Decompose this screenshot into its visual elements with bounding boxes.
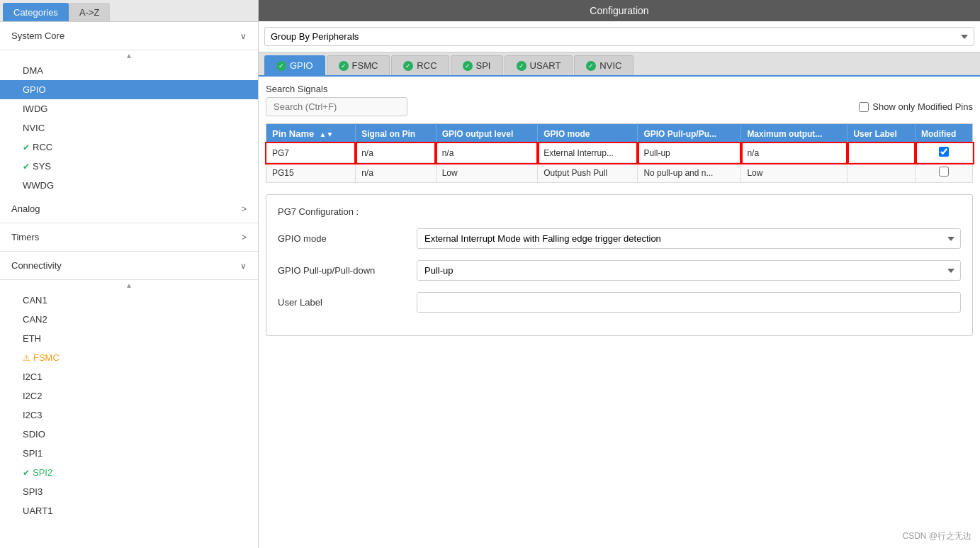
timers-chevron: >	[242, 233, 247, 242]
sidebar-item-can2[interactable]: CAN2	[0, 310, 258, 329]
cell-user-label	[847, 163, 916, 183]
show-modified-label[interactable]: Show only Modified Pins	[859, 101, 973, 112]
watermark: CSDN @行之无边	[902, 530, 971, 542]
tab-nvic[interactable]: ✓ NVIC	[574, 55, 633, 75]
sidebar-item-iwdg[interactable]: IWDG	[0, 99, 258, 118]
sidebar-item-uart1[interactable]: UART1	[0, 501, 258, 520]
can1-label: CAN1	[23, 295, 47, 306]
spi3-label: SPI3	[23, 486, 43, 497]
search-row: Show only Modified Pins	[266, 97, 973, 116]
usart-tab-check-icon: ✓	[517, 61, 526, 71]
gpio-table: Pin Name ▲▼ Signal on Pin GPIO output le…	[266, 123, 973, 183]
section-analog[interactable]: Analog >	[0, 195, 258, 223]
show-modified-checkbox[interactable]	[859, 102, 869, 112]
pg7-config-title: PG7 Configuration :	[278, 206, 961, 217]
tab-usart[interactable]: ✓ USART	[505, 55, 573, 75]
gpio-mode-label: GPIO mode	[278, 233, 405, 244]
section-system-core[interactable]: System Core ∨	[0, 22, 258, 50]
user-label-label: User Label	[278, 297, 405, 308]
i2c1-label: I2C1	[23, 371, 42, 382]
gpio-mode-select[interactable]: External Interrupt Mode with Falling edg…	[417, 228, 961, 249]
pg7-config-section: PG7 Configuration : GPIO mode External I…	[266, 194, 973, 336]
tab-az[interactable]: A->Z	[69, 3, 111, 21]
uart1-label: UART1	[23, 505, 52, 516]
cell-signal: n/a	[356, 143, 436, 163]
system-core-chevron: ∨	[240, 31, 247, 41]
group-by-bar: Group By Peripherals	[259, 21, 980, 52]
sidebar-item-can1[interactable]: CAN1	[0, 291, 258, 310]
col-output-level[interactable]: GPIO output level	[436, 124, 538, 144]
tab-gpio[interactable]: ✓ GPIO	[264, 55, 325, 75]
cell-output-level: Low	[436, 163, 538, 183]
spi-tab-check-icon: ✓	[463, 61, 473, 71]
sys-check-icon: ✔	[23, 162, 30, 172]
sidebar-item-fsmc[interactable]: ⚠ FSMC	[0, 348, 258, 367]
gpio-tab-check-icon: ✓	[276, 61, 286, 71]
i2c2-label: I2C2	[23, 391, 42, 401]
sidebar-item-rcc[interactable]: ✔ RCC	[0, 138, 258, 157]
can2-label: CAN2	[23, 314, 47, 325]
sidebar-item-i2c3[interactable]: I2C3	[0, 406, 258, 425]
cell-user-label	[847, 143, 916, 163]
eth-label: ETH	[23, 333, 41, 344]
search-signals-label: Search Signals	[266, 84, 973, 94]
col-pin-name[interactable]: Pin Name ▲▼	[266, 124, 356, 144]
cell-modified[interactable]	[916, 163, 973, 183]
cell-max-output: n/a	[741, 143, 847, 163]
table-row[interactable]: PG15 n/a Low Output Push Pull No pull-up…	[266, 163, 973, 183]
gpio-mode-row: GPIO mode External Interrupt Mode with F…	[278, 228, 961, 249]
col-signal[interactable]: Signal on Pin	[356, 124, 436, 144]
row1-modified-checkbox[interactable]	[939, 167, 949, 177]
tab-rcc[interactable]: ✓ RCC	[391, 55, 449, 75]
cell-modified[interactable]	[916, 143, 973, 163]
sdio-label: SDIO	[23, 429, 45, 440]
sidebar-item-spi1[interactable]: SPI1	[0, 444, 258, 463]
sidebar-item-i2c2[interactable]: I2C2	[0, 386, 258, 406]
pin-name-sort-icon: ▲▼	[320, 130, 334, 138]
sidebar-item-sys[interactable]: ✔ SYS	[0, 157, 258, 176]
rcc-tab-check-icon: ✓	[403, 61, 413, 71]
col-modified[interactable]: Modified	[916, 124, 973, 144]
sidebar-item-dma[interactable]: DMA	[0, 61, 258, 80]
col-gpio-mode[interactable]: GPIO mode	[538, 124, 638, 144]
sidebar-item-i2c1[interactable]: I2C1	[0, 367, 258, 386]
section-timers[interactable]: Timers >	[0, 223, 258, 252]
scroll-up-connectivity[interactable]: ▲	[0, 280, 258, 291]
tab-categories[interactable]: Categories	[3, 3, 69, 21]
sidebar: Categories A->Z System Core ∨ ▲ DMA GPIO…	[0, 0, 259, 548]
cell-gpio-mode: External Interrup...	[538, 143, 638, 163]
cell-gpio-mode: Output Push Pull	[538, 163, 638, 183]
user-label-row: User Label	[278, 292, 961, 313]
pull-select[interactable]: No pull-up and no pull-down Pull-up Pull…	[417, 260, 961, 281]
spi1-label: SPI1	[23, 448, 43, 459]
user-label-input[interactable]	[417, 292, 961, 313]
fsmc-tab-check-icon: ✓	[339, 61, 349, 71]
tab-spi[interactable]: ✓ SPI	[451, 55, 503, 75]
sidebar-item-spi3[interactable]: SPI3	[0, 482, 258, 501]
sidebar-item-wwdg[interactable]: WWDG	[0, 176, 258, 195]
show-modified-text: Show only Modified Pins	[872, 101, 973, 112]
group-by-select[interactable]: Group By Peripherals	[264, 27, 974, 46]
col-user-label[interactable]: User Label	[847, 124, 916, 144]
tab-fsmc[interactable]: ✓ FSMC	[327, 55, 390, 75]
sidebar-item-eth[interactable]: ETH	[0, 329, 258, 348]
peripheral-tabs: ✓ GPIO ✓ FSMC ✓ RCC ✓ SPI ✓ USART ✓ NVIC	[259, 52, 980, 77]
connectivity-chevron: ∨	[240, 261, 247, 271]
col-pull[interactable]: GPIO Pull-up/Pu...	[638, 124, 741, 144]
section-connectivity[interactable]: Connectivity ∨	[0, 252, 258, 280]
col-max-output[interactable]: Maximum output...	[741, 124, 847, 144]
sidebar-item-spi2[interactable]: ✔ SPI2	[0, 463, 258, 482]
gpio-label: GPIO	[23, 84, 46, 95]
scroll-up-system-core[interactable]: ▲	[0, 50, 258, 61]
section-analog-label: Analog	[11, 203, 40, 214]
i2c3-label: I2C3	[23, 410, 42, 420]
row0-modified-checkbox[interactable]	[939, 147, 949, 157]
sidebar-tabs: Categories A->Z	[0, 0, 258, 22]
sidebar-item-gpio[interactable]: GPIO	[0, 80, 258, 99]
table-row[interactable]: PG7 n/a n/a External Interrup... Pull-up…	[266, 143, 973, 163]
search-input[interactable]	[266, 97, 407, 116]
analog-chevron: >	[242, 204, 247, 214]
sidebar-item-nvic[interactable]: NVIC	[0, 118, 258, 138]
sidebar-item-sdio[interactable]: SDIO	[0, 425, 258, 444]
content-area: Search Signals Show only Modified Pins P…	[259, 77, 980, 548]
